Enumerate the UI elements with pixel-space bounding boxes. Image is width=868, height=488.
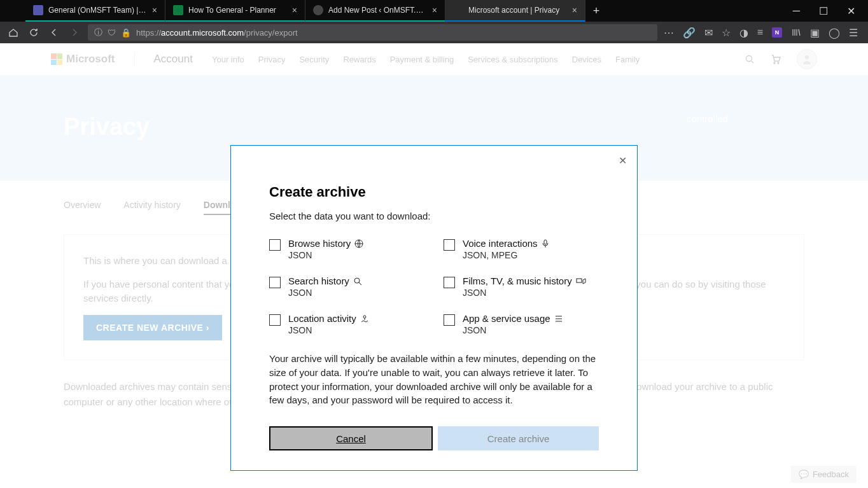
lock-icon[interactable]: 🔒 [121, 28, 131, 38]
extension-icon[interactable]: ≡ [757, 27, 763, 38]
option-voice[interactable]: Voice interactions JSON, MPEG [444, 238, 599, 260]
microsoft-icon [453, 5, 463, 15]
option-label: Films, TV, & music history [463, 275, 572, 286]
close-icon[interactable]: × [572, 5, 577, 15]
account-icon[interactable]: ◯ [829, 27, 840, 39]
teams-icon [33, 5, 43, 15]
mail-icon[interactable]: ✉ [704, 27, 713, 39]
url-text: https://account.microsoft.com/privacy/ex… [136, 28, 298, 38]
reload-icon[interactable] [27, 27, 41, 38]
more-icon[interactable]: ⋯ [664, 27, 674, 39]
close-window-icon[interactable]: ✕ [847, 5, 855, 17]
svg-rect-5 [544, 240, 547, 244]
browser-chrome: General (OnMSFT Team) | Micr × How To Ge… [0, 0, 868, 43]
checkbox[interactable] [269, 277, 281, 288]
close-icon[interactable]: × [432, 5, 437, 15]
option-browse-history[interactable]: Browse history JSON [269, 238, 424, 260]
dialog-subtitle: Select the data you want to download: [269, 211, 599, 221]
svg-rect-7 [577, 279, 582, 282]
browser-tab-active[interactable]: Microsoft account | Privacy × [445, 0, 585, 22]
option-format: JSON, MPEG [463, 250, 549, 260]
cancel-button[interactable]: Cancel [269, 426, 433, 450]
checkbox[interactable] [444, 314, 455, 326]
extension-icon[interactable]: ◑ [739, 27, 748, 39]
option-label: Voice interactions [463, 238, 538, 249]
shield-icon[interactable]: 🛡 [108, 28, 116, 38]
close-icon[interactable]: ✕ [619, 155, 627, 167]
sidebar-icon[interactable]: ▣ [810, 27, 820, 39]
menu-icon[interactable]: ☰ [849, 27, 858, 39]
close-icon[interactable]: × [292, 5, 297, 15]
svg-point-8 [363, 316, 366, 318]
media-icon [576, 277, 586, 286]
maximize-icon[interactable]: ☐ [819, 5, 828, 17]
library-icon[interactable] [791, 27, 801, 38]
bookmark-icon[interactable]: ☆ [722, 27, 731, 39]
options-grid: Browse history JSON Voice interactions J… [269, 238, 599, 335]
svg-point-6 [354, 278, 360, 283]
wordpress-icon [313, 5, 323, 15]
search-icon [353, 277, 362, 286]
option-search-history[interactable]: Search history JSON [269, 275, 424, 298]
option-format: JSON [288, 325, 369, 335]
tab-strip: General (OnMSFT Team) | Micr × How To Ge… [0, 0, 868, 22]
tab-label: Add New Post ‹ OnMSFT.com — W [328, 6, 427, 15]
tab-label: How To General - Planner [188, 6, 287, 15]
create-archive-button[interactable]: Create archive [438, 426, 599, 450]
onenote-icon[interactable]: N [772, 27, 782, 38]
forward-icon[interactable] [67, 27, 81, 38]
new-tab-button[interactable]: + [585, 0, 607, 22]
checkbox[interactable] [269, 239, 281, 251]
planner-icon [173, 5, 183, 15]
option-location[interactable]: Location activity JSON [269, 313, 424, 335]
browser-tab[interactable]: General (OnMSFT Team) | Micr × [25, 0, 165, 22]
option-label: Browse history [288, 238, 351, 249]
browser-tab[interactable]: How To General - Planner × [165, 0, 305, 22]
dialog-description: Your archive will typically be available… [269, 352, 599, 407]
option-label: Search history [288, 275, 349, 286]
option-format: JSON [288, 288, 362, 298]
option-label: Location activity [288, 313, 356, 324]
create-archive-dialog: ✕ Create archive Select the data you wan… [230, 145, 638, 471]
back-icon[interactable] [47, 27, 61, 38]
close-icon[interactable]: × [152, 5, 157, 15]
option-format: JSON [463, 325, 563, 335]
tab-label: General (OnMSFT Team) | Micr [48, 6, 147, 15]
dialog-buttons: Cancel Create archive [269, 426, 599, 450]
checkbox[interactable] [444, 277, 455, 288]
option-media-history[interactable]: Films, TV, & music history JSON [444, 275, 599, 298]
page: Microsoft Account Your info Privacy Secu… [0, 43, 868, 488]
browser-tab[interactable]: Add New Post ‹ OnMSFT.com — W × [305, 0, 445, 22]
option-app-usage[interactable]: App & service usage JSON [444, 313, 599, 335]
tab-label: Microsoft account | Privacy [468, 6, 567, 15]
mic-icon [542, 239, 549, 248]
home-icon[interactable] [6, 27, 20, 38]
dialog-title: Create archive [269, 184, 599, 200]
checkbox[interactable] [269, 314, 281, 326]
list-icon [554, 315, 563, 323]
toolbar-right: ⋯ 🔗 ✉ ☆ ◑ ≡ N ▣ ◯ ☰ [664, 27, 862, 39]
url-input[interactable]: ⓘ 🛡 🔒 https://account.microsoft.com/priv… [88, 24, 657, 41]
address-bar: ⓘ 🛡 🔒 https://account.microsoft.com/priv… [0, 22, 868, 43]
map-icon [360, 314, 369, 323]
checkbox[interactable] [444, 239, 455, 251]
link-icon[interactable]: 🔗 [683, 27, 696, 39]
info-icon[interactable]: ⓘ [94, 27, 102, 38]
option-format: JSON [463, 288, 586, 298]
minimize-icon[interactable]: ─ [793, 5, 800, 17]
window-controls: ─ ☐ ✕ [780, 0, 868, 22]
option-label: App & service usage [463, 313, 550, 324]
globe-icon [354, 239, 363, 248]
option-format: JSON [288, 250, 363, 260]
